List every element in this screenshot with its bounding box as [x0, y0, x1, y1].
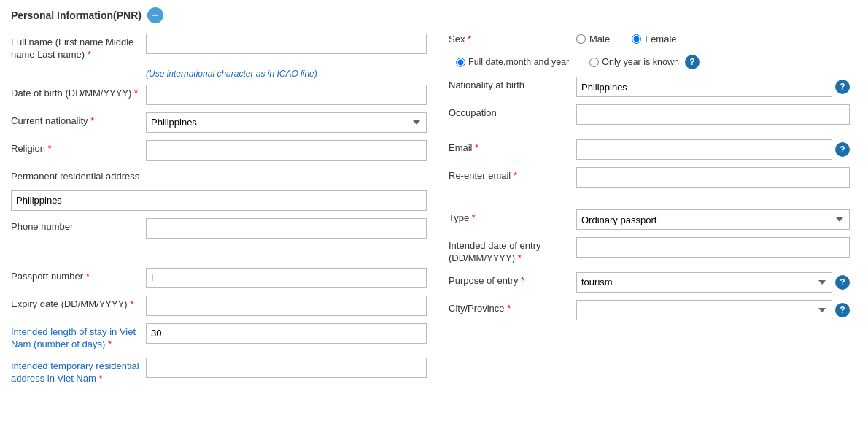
sex-male-option[interactable]: Male [576, 34, 610, 45]
reemail-input[interactable] [576, 167, 850, 188]
type-label: Type [449, 212, 469, 223]
sex-female-option[interactable]: Female [632, 34, 676, 45]
current-nationality-select[interactable]: Philippines Vietnam United States Other [146, 112, 427, 133]
religion-label: Religion [11, 143, 45, 154]
page-title: Personal Information(PNR) [11, 9, 142, 21]
passport-number-input[interactable] [146, 268, 427, 288]
sex-male-label: Male [589, 34, 610, 45]
fullname-label: Full name (First name Middle name Last n… [11, 36, 133, 60]
fullname-required: * [88, 49, 91, 60]
intended-stay-required: * [108, 339, 112, 349]
sex-female-label: Female [645, 34, 676, 45]
purpose-label: Purpose of entry [449, 275, 518, 286]
dob-input[interactable] [146, 85, 427, 105]
passport-number-label: Passport number [11, 271, 83, 282]
intended-entry-label: Intended date of entry (DD/MM/YYYY) [449, 240, 540, 263]
email-required: * [475, 142, 478, 153]
expiry-input[interactable] [146, 296, 427, 316]
phone-label: Phone number [11, 221, 73, 232]
nationality-birth-input[interactable] [576, 77, 832, 97]
dob-year-label: Only year is known [602, 57, 679, 67]
sex-male-radio[interactable] [576, 34, 586, 44]
sex-required: * [468, 34, 471, 45]
phone-input[interactable] [146, 218, 427, 239]
dob-full-label: Full date,month and year [468, 57, 569, 67]
dob-year-option[interactable]: Only year is known [589, 57, 679, 67]
intended-entry-required: * [518, 252, 522, 263]
dob-full-radio[interactable] [456, 58, 465, 67]
sex-female-radio[interactable] [632, 34, 641, 44]
intended-entry-input[interactable] [576, 237, 850, 258]
fullname-input[interactable] [146, 34, 427, 54]
occupation-label: Occupation [449, 107, 497, 118]
intended-stay-label: Intended length of stay in Viet Nam (num… [11, 326, 136, 349]
nationality-birth-label: Nationality at birth [449, 80, 524, 90]
intended-temp-input[interactable] [146, 358, 427, 378]
passport-number-required: * [86, 271, 90, 282]
email-help-icon[interactable]: ? [835, 142, 850, 157]
religion-required: * [48, 143, 52, 154]
type-select[interactable]: Ordinary passport Diplomatic passport Of… [576, 209, 850, 230]
occupation-input[interactable] [576, 104, 850, 125]
icao-note: (Use international character as in ICAO … [146, 69, 427, 79]
city-required: * [507, 303, 511, 314]
perm-address-label: Permanent residential address [11, 171, 139, 182]
dob-help-icon[interactable]: ? [685, 55, 700, 69]
dob-label: Date of birth (DD/MM/YYYY) [11, 88, 131, 99]
email-label: Email [449, 142, 473, 153]
city-help-icon[interactable]: ? [835, 303, 850, 317]
purpose-select[interactable]: tourism business visit relatives other [576, 272, 832, 293]
email-input[interactable] [576, 139, 832, 160]
reemail-label: Re-enter email [449, 170, 511, 181]
dob-full-option[interactable]: Full date,month and year [456, 57, 569, 67]
dob-required: * [134, 88, 138, 99]
current-nationality-label: Current nationality [11, 115, 88, 126]
sex-label: Sex [449, 34, 465, 45]
nationality-birth-help-icon[interactable]: ? [835, 80, 850, 94]
purpose-help-icon[interactable]: ? [835, 275, 850, 290]
religion-input[interactable] [146, 140, 427, 161]
collapse-icon[interactable]: − [147, 7, 163, 23]
dob-year-radio[interactable] [589, 58, 599, 67]
perm-address-input[interactable]: Philippines [11, 190, 427, 211]
expiry-label: Expiry date (DD/MM/YYYY) [11, 298, 128, 309]
intended-temp-label: Intended temporary residential address i… [11, 360, 139, 384]
city-label: City/Province [449, 303, 505, 314]
city-select[interactable] [576, 300, 832, 320]
intended-temp-required: * [98, 373, 102, 384]
intended-stay-input[interactable] [146, 323, 427, 344]
reemail-required: * [514, 170, 517, 181]
current-nationality-required: * [90, 115, 94, 126]
type-required: * [472, 212, 476, 223]
expiry-required: * [130, 298, 133, 309]
purpose-required: * [521, 275, 524, 286]
